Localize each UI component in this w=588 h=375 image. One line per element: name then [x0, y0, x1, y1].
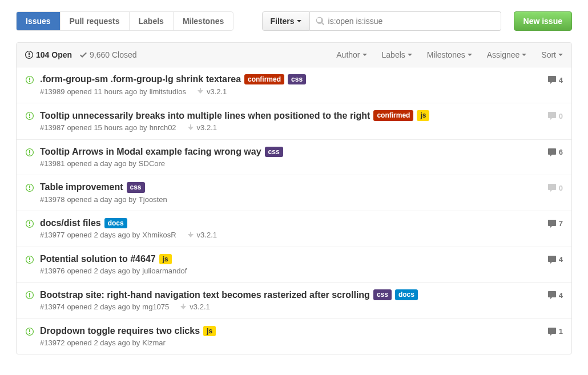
issue-number: #13978: [40, 195, 65, 204]
issue-label[interactable]: confirmed: [373, 110, 413, 120]
issue-opened-text: opened 15 hours ago by: [67, 123, 147, 132]
comment-icon: [547, 255, 557, 264]
milestone-icon: [179, 303, 187, 312]
comment-count[interactable]: 0: [547, 110, 563, 120]
issue-label[interactable]: css: [373, 289, 392, 300]
issue-open-icon: [25, 289, 34, 300]
issue-number: #13974: [40, 303, 65, 311]
issue-label[interactable]: css: [265, 147, 283, 157]
filter-assignee[interactable]: Assignee: [487, 50, 527, 59]
issue-author-link[interactable]: limitstudios: [150, 87, 186, 96]
milestone-name[interactable]: v3.2.1: [197, 123, 217, 132]
filters-button[interactable]: Filters: [262, 11, 310, 31]
filter-milestones[interactable]: Milestones: [427, 50, 472, 59]
comment-count[interactable]: 4: [547, 254, 563, 264]
issue-title-link[interactable]: docs/dist files: [40, 218, 101, 228]
issue-opened-text: opened 2 days ago by: [67, 231, 140, 239]
issue-row: .form-group-sm .form-group-lg shrink tex…: [17, 67, 571, 103]
comment-icon: [547, 111, 557, 120]
filters-button-label: Filters: [271, 17, 295, 26]
issue-opened-text: opened 11 hours ago by: [67, 87, 147, 96]
tabnav: Issues Pull requests Labels Milestones: [16, 11, 233, 31]
issue-row: Potential solution to #4647js#13976opene…: [17, 247, 571, 283]
search-icon: [316, 17, 325, 26]
issue-list-container: 104 Open 9,660 Closed Author Labels Mile…: [16, 42, 572, 354]
issue-open-icon: [25, 147, 34, 157]
comment-icon: [547, 291, 557, 300]
filter-author[interactable]: Author: [336, 50, 367, 59]
comment-count[interactable]: 4: [547, 289, 563, 300]
issue-number: #13972: [40, 338, 65, 347]
issue-author-link[interactable]: SDCore: [139, 159, 165, 168]
issue-label[interactable]: docs: [104, 218, 127, 228]
search-input[interactable]: [310, 11, 501, 31]
issue-label[interactable]: css: [127, 182, 145, 192]
issue-author-link[interactable]: hnrch02: [150, 123, 176, 132]
tab-issues[interactable]: Issues: [17, 12, 61, 30]
issue-label[interactable]: js: [159, 254, 172, 264]
tab-labels[interactable]: Labels: [130, 12, 174, 30]
issue-opened-icon: [25, 50, 33, 59]
milestone-icon: [187, 123, 195, 132]
issue-opened-text: opened a day ago by: [67, 159, 136, 168]
issue-label[interactable]: css: [288, 74, 306, 84]
issue-number: #13989: [40, 87, 65, 96]
filter-sort[interactable]: Sort: [541, 50, 563, 59]
issue-label[interactable]: js: [203, 326, 216, 336]
issue-opened-text: opened 2 days ago by: [67, 303, 140, 311]
milestone-name[interactable]: v3.2.1: [207, 87, 227, 96]
milestone-icon: [187, 231, 195, 240]
tab-pull-requests[interactable]: Pull requests: [61, 12, 130, 30]
issue-author-link[interactable]: XhmikosR: [142, 231, 176, 239]
comment-icon: [547, 148, 557, 157]
issue-number: #13976: [40, 267, 65, 275]
issue-title-link[interactable]: Table improvement: [40, 182, 123, 192]
comment-icon: [547, 219, 557, 228]
caret-down-icon: [408, 54, 412, 56]
new-issue-button[interactable]: New issue: [514, 11, 572, 31]
comment-count[interactable]: 6: [547, 147, 563, 157]
filter-labels[interactable]: Labels: [382, 50, 412, 59]
open-issues-link[interactable]: 104 Open: [25, 50, 72, 59]
milestone-icon: [196, 87, 204, 96]
issue-number: #13987: [40, 123, 65, 132]
comment-count[interactable]: 7: [547, 218, 563, 228]
issue-label[interactable]: js: [417, 110, 429, 120]
milestone-name[interactable]: v3.2.1: [190, 303, 210, 311]
issue-title-link[interactable]: Tooltip Arrows in Modal example facing w…: [40, 147, 261, 157]
issue-row: Tooltip Arrows in Modal example facing w…: [17, 140, 571, 175]
issue-open-icon: [25, 110, 34, 120]
issue-author-link[interactable]: Kizmar: [142, 338, 165, 347]
comment-count[interactable]: 1: [547, 326, 563, 336]
issue-open-icon: [25, 254, 34, 264]
issue-open-icon: [25, 218, 34, 228]
issue-open-icon: [25, 74, 34, 84]
issue-label[interactable]: docs: [395, 289, 418, 300]
issue-title-link[interactable]: Tooltip unnecessarily breaks into multip…: [40, 111, 370, 121]
comment-count[interactable]: 4: [547, 74, 563, 84]
closed-issues-link[interactable]: 9,660 Closed: [80, 50, 137, 59]
issue-title-link[interactable]: .form-group-sm .form-group-lg shrink tex…: [40, 74, 241, 84]
issue-opened-text: opened 2 days ago by: [67, 338, 140, 347]
issue-opened-text: opened 2 days ago by: [67, 267, 140, 275]
comment-count[interactable]: 0: [547, 182, 563, 192]
open-count-label: 104 Open: [36, 50, 72, 59]
closed-count-label: 9,660 Closed: [90, 50, 137, 59]
issue-label[interactable]: confirmed: [244, 74, 284, 84]
issue-author-link[interactable]: julioarmandof: [142, 267, 187, 275]
issue-row: Bootstrap site: right-hand navigation te…: [17, 283, 571, 318]
issue-author-link[interactable]: mg1075: [142, 303, 169, 311]
issue-author-link[interactable]: Tjoosten: [139, 195, 167, 204]
issue-title-link[interactable]: Dropdown toggle requires two clicks: [40, 326, 200, 336]
milestone-name[interactable]: v3.2.1: [197, 231, 217, 239]
issue-title-link[interactable]: Bootstrap site: right-hand navigation te…: [40, 290, 370, 300]
issue-title-link[interactable]: Potential solution to #4647: [40, 254, 156, 264]
caret-down-icon: [522, 54, 526, 56]
tab-milestones[interactable]: Milestones: [174, 12, 233, 30]
check-icon: [80, 50, 87, 59]
issue-row: Table improvementcss#13978opened a day a…: [17, 175, 571, 211]
caret-down-icon: [558, 54, 563, 56]
caret-down-icon: [363, 54, 367, 56]
issue-number: #13981: [40, 159, 65, 168]
issue-row: Tooltip unnecessarily breaks into multip…: [17, 103, 571, 139]
